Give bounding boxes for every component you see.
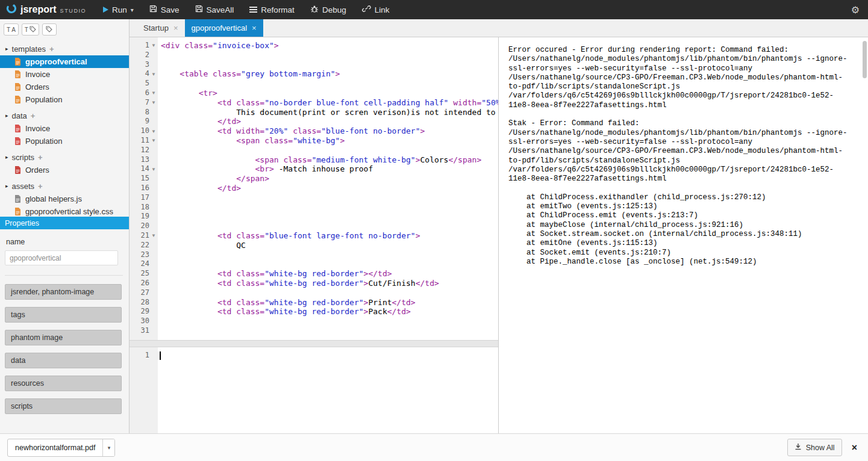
filter-tagged-button[interactable]: T: [22, 23, 39, 36]
code-line[interactable]: [161, 203, 498, 212]
debug-button[interactable]: Debug: [310, 5, 346, 15]
horizontal-splitter[interactable]: [130, 340, 498, 347]
code-line[interactable]: <span class="medium-font white-bg">Color…: [161, 155, 498, 165]
tree-item-global-helpers.js[interactable]: global helpers.js: [0, 193, 129, 205]
tab-close-icon[interactable]: ×: [252, 23, 257, 32]
tab-gpoproofvertical[interactable]: gpoproofvertical×: [185, 19, 263, 37]
tree-item-gpoproofvertical[interactable]: gpoproofvertical: [0, 55, 129, 68]
tree-item-invoice[interactable]: Invoice: [0, 122, 129, 135]
code-line[interactable]: <td class="white-bg red-border"></td>: [161, 269, 498, 279]
run-button[interactable]: Run ▾: [103, 5, 134, 14]
code-line[interactable]: [161, 60, 498, 70]
tree-item-orders[interactable]: Orders: [0, 81, 129, 93]
fold-icon[interactable]: ▼: [149, 129, 158, 134]
properties-section-scripts[interactable]: scripts: [5, 398, 122, 414]
jsreport-logo[interactable]: jsreport STUDIO: [0, 3, 95, 16]
tree-group-data[interactable]: ▸data+: [0, 109, 129, 122]
code-line[interactable]: <table class="grey bottom-margin">: [161, 69, 498, 79]
code-line[interactable]: [161, 259, 498, 269]
fold-icon[interactable]: ▼: [149, 100, 158, 105]
data-editor[interactable]: 1: [130, 347, 498, 433]
run-caret-icon[interactable]: ▾: [131, 7, 134, 13]
vertical-splitter[interactable]: [499, 37, 501, 433]
tree-item-population[interactable]: Population: [0, 135, 129, 147]
settings-gear-icon[interactable]: ⚙: [851, 4, 860, 16]
fold-icon[interactable]: ▼: [149, 233, 158, 238]
code-line[interactable]: [161, 51, 498, 60]
code-line[interactable]: [161, 317, 498, 326]
code-line[interactable]: This document(print or scren verison)is …: [161, 108, 498, 117]
code-line[interactable]: [161, 250, 498, 260]
code-line[interactable]: <tr>: [161, 88, 498, 98]
line-number: 9: [130, 117, 158, 126]
show-all-button[interactable]: Show All: [787, 439, 842, 456]
fold-icon[interactable]: ▼: [149, 167, 158, 172]
properties-section-phantom-image[interactable]: phantom image: [5, 330, 122, 345]
content-area: 1▼234▼56▼7▼8910▼11▼121314▼15161718192021…: [130, 37, 868, 433]
tree-item-orders[interactable]: Orders: [0, 164, 129, 176]
code-line[interactable]: [161, 193, 498, 203]
code-line[interactable]: <td class="white-bg red-border">Print</t…: [161, 298, 498, 308]
add-entity-icon[interactable]: +: [38, 182, 43, 191]
tree-item-label: Orders: [25, 166, 49, 175]
fold-icon[interactable]: ▼: [149, 43, 158, 48]
link-button[interactable]: Link: [362, 5, 390, 14]
properties-section-jsrender-phantom-image[interactable]: jsrender, phantom-image: [5, 284, 122, 300]
code-line[interactable]: <div class="invoice-box">: [161, 41, 498, 51]
tree-item-label: Population: [25, 137, 62, 146]
name-input[interactable]: [5, 250, 118, 265]
code-line[interactable]: [161, 146, 498, 155]
code-line[interactable]: </td>: [161, 184, 498, 193]
tree-item-population[interactable]: Population: [0, 93, 129, 106]
code-line[interactable]: <td class="white-bg red-border">Pack</td…: [161, 307, 498, 317]
add-entity-icon[interactable]: +: [49, 45, 54, 54]
code-line[interactable]: <td class="white-bg red-border">Cut/Fini…: [161, 279, 498, 288]
fold-icon[interactable]: ▼: [149, 138, 158, 143]
code-line[interactable]: <br> -Match inhouse proof: [161, 164, 498, 174]
code-line[interactable]: </td>: [161, 117, 498, 126]
tree-item-gpoproofvertical-style.css[interactable]: gpoproofvertical style.css: [0, 205, 129, 217]
code-line[interactable]: [161, 212, 498, 221]
filter-templates-button[interactable]: T A: [4, 23, 19, 36]
code-line[interactable]: [161, 288, 498, 298]
fold-icon[interactable]: ▼: [149, 90, 158, 96]
tab-startup[interactable]: Startup×: [137, 19, 185, 37]
tree-item-invoice[interactable]: Invoice: [0, 68, 129, 81]
error-output: Error occured - Error during rendering r…: [508, 46, 868, 267]
properties-section-tags[interactable]: tags: [5, 307, 122, 323]
code-editor[interactable]: 1▼234▼56▼7▼8910▼11▼121314▼15161718192021…: [130, 37, 498, 340]
reformat-button[interactable]: Reformat: [249, 5, 295, 14]
code-line[interactable]: [161, 221, 498, 231]
close-preview-icon[interactable]: ×: [852, 442, 857, 453]
code-line[interactable]: QC: [161, 241, 498, 250]
code-line[interactable]: [161, 326, 498, 336]
tree-group-assets[interactable]: ▸assets+: [0, 179, 129, 193]
code-line[interactable]: <td class="blue-font large-font no-borde…: [161, 231, 498, 241]
code-line[interactable]: </span>: [161, 174, 498, 184]
editor-code[interactable]: <div class="invoice-box"> <table class="…: [158, 37, 498, 340]
report-select-caret-icon[interactable]: ▾: [102, 439, 114, 456]
code-line[interactable]: [161, 79, 498, 88]
code-line[interactable]: <td class="no-border blue-font cell-padd…: [161, 98, 498, 108]
code-line[interactable]: <td width="20%" class="blue-font no-bord…: [161, 126, 498, 136]
tree-group-templates[interactable]: ▸templates+: [0, 42, 129, 55]
code-line[interactable]: <span class="white-bg">: [161, 136, 498, 146]
scrollbar-thumb[interactable]: [863, 41, 867, 78]
tab-close-icon[interactable]: ×: [173, 23, 178, 32]
save-button[interactable]: Save: [149, 5, 180, 14]
caret-icon: ▸: [5, 46, 8, 52]
add-entity-icon[interactable]: +: [38, 153, 43, 162]
line-number: 3: [130, 60, 158, 70]
report-select[interactable]: newhorizontalformat.pdf ▾: [7, 439, 115, 457]
properties-section-resources[interactable]: resources: [5, 376, 122, 391]
line-number: 18: [130, 203, 158, 212]
save-all-button[interactable]: SaveAll: [195, 5, 234, 14]
line-number: 26: [130, 279, 158, 288]
add-entity-icon[interactable]: +: [31, 111, 36, 120]
properties-section-data[interactable]: data: [5, 353, 122, 368]
fold-icon[interactable]: ▼: [149, 72, 158, 77]
data-editor-content[interactable]: [158, 347, 498, 433]
filter-tags-button[interactable]: [42, 23, 57, 36]
tree-group-scripts[interactable]: ▸scripts+: [0, 150, 129, 164]
line-number: 25: [130, 269, 158, 279]
